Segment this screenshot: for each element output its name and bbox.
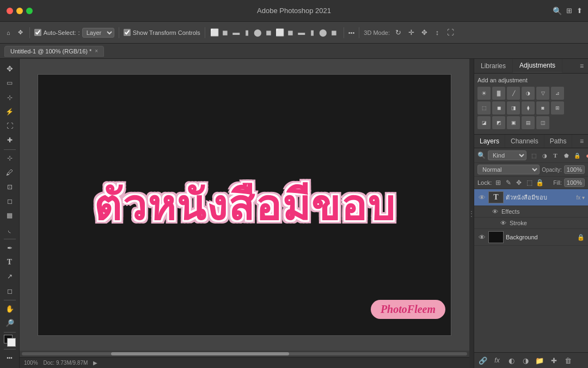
layer-visibility-text[interactable]: 👁 xyxy=(477,193,486,202)
lock-position-icon[interactable]: ✥ xyxy=(514,178,523,187)
layer-fx-button[interactable]: fx xyxy=(492,355,503,366)
brightness-contrast-icon[interactable]: ☀ xyxy=(477,87,491,100)
blend-mode-select[interactable]: Normal Multiply Screen Overlay xyxy=(477,165,540,174)
channel-mixer-icon[interactable]: ⧫ xyxy=(522,101,535,114)
filter-kind-select[interactable]: Kind Name Effect Mode Attribute Color xyxy=(488,150,526,160)
delete-layer-button[interactable]: 🗑 xyxy=(562,355,573,366)
marquee-rect-tool[interactable]: ▭ xyxy=(2,76,17,89)
panel-menu-icon[interactable]: ≡ xyxy=(575,59,588,73)
eyedropper-tool[interactable]: ✚ xyxy=(2,134,17,147)
brush-tool[interactable]: 🖊 xyxy=(2,166,17,179)
document-tab[interactable]: Untitled-1 @ 100% (RGB/16) * × xyxy=(4,46,104,57)
opacity-value[interactable]: 100% xyxy=(564,165,585,174)
layer-fx-icon[interactable]: fx ▾ xyxy=(576,195,585,201)
horizontal-scrollbar[interactable] xyxy=(20,351,469,357)
distribute-bottom-icon[interactable]: ◼ xyxy=(329,28,339,38)
canvas-wrapper[interactable]: ตัวหนังสือมีขอบ PhotoFleem xyxy=(20,59,469,351)
lock-artboards-icon[interactable]: ⬚ xyxy=(525,178,534,187)
tab-adjustments[interactable]: Adjustments xyxy=(513,59,562,73)
share-icon[interactable]: ⬆ xyxy=(577,7,583,15)
auto-select-checkbox[interactable] xyxy=(34,29,41,36)
color-balance-icon[interactable]: ⬚ xyxy=(477,101,491,114)
link-layers-button[interactable]: 🔗 xyxy=(477,355,488,366)
hand-tool[interactable]: ✋ xyxy=(2,303,17,316)
selective-color-icon[interactable]: ▤ xyxy=(522,116,535,129)
home-button[interactable]: ⌂ xyxy=(4,28,13,37)
filter-pixel-icon[interactable]: ⬚ xyxy=(529,150,538,160)
spot-heal-tool[interactable]: ⊹ xyxy=(2,152,17,165)
path-select-tool[interactable]: ↗ xyxy=(2,270,17,283)
effects-visibility-icon[interactable]: 👁 xyxy=(491,207,499,216)
shape-tool[interactable]: ◻ xyxy=(2,284,17,297)
more-options-icon[interactable]: ••• xyxy=(348,29,355,36)
new-layer-button[interactable]: ✚ xyxy=(548,355,559,366)
3d-rotate-icon[interactable]: ↻ xyxy=(393,28,403,38)
arrange-windows-icon[interactable]: ⊞ xyxy=(566,7,572,15)
lock-pixels-icon[interactable]: ✎ xyxy=(504,178,513,187)
foreground-background-colors[interactable] xyxy=(4,335,16,347)
curves-icon[interactable]: ╱ xyxy=(507,87,520,100)
dodge-tool[interactable]: ◟ xyxy=(2,224,17,237)
filter-shape-icon[interactable]: ⬟ xyxy=(561,150,571,160)
tab-close-button[interactable]: × xyxy=(95,48,98,54)
move-tool-button[interactable]: ✥ xyxy=(16,28,25,37)
filter-toggle[interactable]: ● xyxy=(583,150,588,160)
tab-channels[interactable]: Channels xyxy=(505,135,544,148)
tab-paths[interactable]: Paths xyxy=(544,135,573,148)
quick-select-tool[interactable]: ⚡ xyxy=(2,105,17,118)
panel-resize-handle[interactable] xyxy=(469,59,474,368)
maximize-button[interactable] xyxy=(26,8,33,14)
type-tool[interactable]: T xyxy=(2,256,17,269)
layer-item-background[interactable]: 👁 Background 🔒 xyxy=(474,229,588,246)
filter-adjustment-icon[interactable]: ◑ xyxy=(540,150,549,160)
tab-libraries[interactable]: Libraries xyxy=(474,59,513,73)
color-lookup-icon[interactable]: ◙ xyxy=(536,101,549,114)
minimize-button[interactable] xyxy=(16,8,23,14)
align-right-icon[interactable]: ▬ xyxy=(231,28,241,38)
levels-icon[interactable]: ▓ xyxy=(492,87,505,100)
invert-icon[interactable]: ⊞ xyxy=(551,101,564,114)
pen-tool[interactable]: ✒ xyxy=(2,242,17,255)
scrollbar-thumb[interactable] xyxy=(111,352,289,355)
layer-mask-button[interactable]: ◐ xyxy=(506,355,517,366)
group-layers-button[interactable]: 📁 xyxy=(534,355,545,366)
distribute-left-icon[interactable]: ⬜ xyxy=(275,28,285,38)
distribute-center-icon[interactable]: ◼ xyxy=(286,28,296,38)
threshold-icon[interactable]: ◩ xyxy=(492,116,505,129)
close-button[interactable] xyxy=(7,8,13,14)
crop-tool[interactable]: ⛶ xyxy=(2,119,17,132)
layer-stroke-item[interactable]: 👁 Stroke xyxy=(474,218,588,229)
align-top-icon[interactable]: ▮ xyxy=(242,28,252,38)
3d-slide-icon[interactable]: ↕ xyxy=(432,28,442,38)
align-left-icon[interactable]: ⬜ xyxy=(210,28,219,38)
layer-visibility-background[interactable]: 👁 xyxy=(477,233,486,242)
adjustment-layer-button[interactable]: ◑ xyxy=(520,355,531,366)
scroll-right-icon[interactable]: ▶ xyxy=(93,360,97,366)
lock-transparent-icon[interactable]: ⊞ xyxy=(494,178,503,187)
more-tools-button[interactable]: ••• xyxy=(2,352,17,365)
distribute-right-icon[interactable]: ▬ xyxy=(297,28,307,38)
vibrance-icon[interactable]: ▽ xyxy=(536,87,549,100)
clone-tool[interactable]: ⊡ xyxy=(2,180,17,194)
posterize-icon[interactable]: ◪ xyxy=(477,116,491,129)
black-white-icon[interactable]: ◼ xyxy=(492,101,505,114)
filter-type-icon[interactable]: T xyxy=(550,150,560,160)
eraser-tool[interactable]: ◻ xyxy=(2,195,17,208)
transform-controls-checkbox[interactable] xyxy=(124,29,131,36)
photo-filter-icon[interactable]: ◨ xyxy=(507,101,520,114)
3d-roll-icon[interactable]: ✛ xyxy=(406,28,416,38)
lock-all-icon[interactable]: 🔒 xyxy=(535,178,544,187)
layer-item-text[interactable]: 👁 T ตัวหนังสือมีขอบ fx ▾ xyxy=(474,189,588,206)
auto-select-dropdown[interactable]: Layer Group xyxy=(82,28,114,38)
align-center-icon[interactable]: ◼ xyxy=(220,28,230,38)
distribute-middle-icon[interactable]: ⬤ xyxy=(318,28,328,38)
move-tool[interactable]: ✥ xyxy=(2,62,17,75)
layer-effects-item[interactable]: 👁 Effects xyxy=(474,206,588,218)
layers-panel-menu[interactable]: ≡ xyxy=(575,135,588,148)
3d-pan-icon[interactable]: ✥ xyxy=(419,28,429,38)
tab-layers[interactable]: Layers xyxy=(474,135,505,148)
distribute-top-icon[interactable]: ▮ xyxy=(308,28,317,38)
align-bottom-icon[interactable]: ◼ xyxy=(264,28,274,38)
gradient-map-icon[interactable]: ▣ xyxy=(507,116,520,129)
exposure-icon[interactable]: ◑ xyxy=(522,87,535,100)
